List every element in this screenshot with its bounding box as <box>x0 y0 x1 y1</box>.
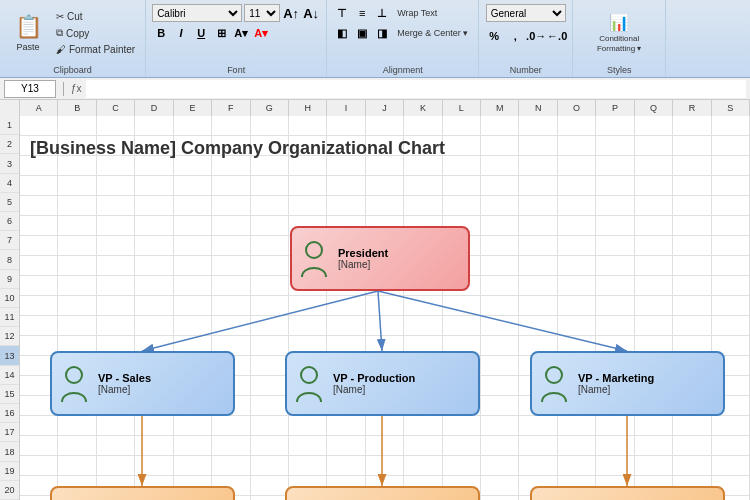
svg-point-8 <box>306 242 322 258</box>
vp-marketing-text: VP - Marketing [Name] <box>578 372 654 395</box>
decrease-decimal-button[interactable]: ←.0 <box>548 27 566 45</box>
underline-button[interactable]: U <box>192 24 210 42</box>
row-num-2[interactable]: 2 <box>0 135 19 154</box>
vp-marketing-role: VP - Marketing <box>578 372 654 384</box>
number-format-select[interactable]: General <box>486 4 566 22</box>
row-num-7[interactable]: 7 <box>0 231 19 250</box>
president-box[interactable]: President [Name] <box>290 226 470 291</box>
format-painter-button[interactable]: 🖌 Format Painter <box>52 42 139 57</box>
format-painter-icon: 🖌 <box>56 44 66 55</box>
align-bottom-button[interactable]: ⊥ <box>373 4 391 22</box>
col-header-g[interactable]: G <box>251 100 289 116</box>
col-header-h[interactable]: H <box>289 100 327 116</box>
manager3-box[interactable]: Manager [Department] [Name] [Phone/Email… <box>530 486 725 500</box>
col-header-f[interactable]: F <box>212 100 250 116</box>
president-text: President [Name] <box>338 247 388 270</box>
font-size-select[interactable]: 11 <box>244 4 280 22</box>
svg-point-9 <box>66 367 82 383</box>
clipboard-group: 📋 Paste ✂ Cut ⧉ Copy 🖌 Format Painter Cl… <box>0 0 146 77</box>
col-header-i[interactable]: I <box>327 100 365 116</box>
col-header-k[interactable]: K <box>404 100 442 116</box>
formula-divider <box>63 82 64 96</box>
align-middle-button[interactable]: ≡ <box>353 4 371 22</box>
font-color-button[interactable]: A▾ <box>252 24 270 42</box>
row-num-9[interactable]: 9 <box>0 270 19 289</box>
merge-center-button[interactable]: Merge & Center ▾ <box>393 26 472 40</box>
row-num-16[interactable]: 16 <box>0 404 19 423</box>
row-num-5[interactable]: 5 <box>0 193 19 212</box>
col-header-a[interactable]: A <box>20 100 58 116</box>
vp-sales-icon <box>56 362 92 406</box>
vp-production-role: VP - Production <box>333 372 415 384</box>
row-num-4[interactable]: 4 <box>0 174 19 193</box>
col-header-n[interactable]: N <box>519 100 557 116</box>
conditional-formatting-button[interactable]: 📊 Conditional Formatting ▾ <box>579 6 659 60</box>
row-num-19[interactable]: 19 <box>0 462 19 481</box>
align-top-button[interactable]: ⊤ <box>333 4 351 22</box>
col-header-q[interactable]: Q <box>635 100 673 116</box>
formula-bar: Y13 ƒx <box>0 78 750 100</box>
row-num-15[interactable]: 15 <box>0 385 19 404</box>
copy-button[interactable]: ⧉ Copy <box>52 25 139 41</box>
col-header-m[interactable]: M <box>481 100 519 116</box>
italic-button[interactable]: I <box>172 24 190 42</box>
increase-decimal-button[interactable]: .0→ <box>527 27 545 45</box>
fill-color-button[interactable]: A▾ <box>232 24 250 42</box>
row-num-8[interactable]: 8 <box>0 250 19 269</box>
col-header-l[interactable]: L <box>443 100 481 116</box>
cell-reference-box[interactable]: Y13 <box>4 80 56 98</box>
row-num-3[interactable]: 3 <box>0 154 19 173</box>
bold-button[interactable]: B <box>152 24 170 42</box>
paste-label: Paste <box>16 42 39 52</box>
col-header-r[interactable]: R <box>673 100 711 116</box>
chart-title: [Business Name] Company Organizational C… <box>30 138 445 159</box>
copy-icon: ⧉ <box>56 27 63 39</box>
row-num-14[interactable]: 14 <box>0 366 19 385</box>
manager1-box[interactable]: Manager [Department] [Name] [Phone/Email… <box>50 486 235 500</box>
row-num-18[interactable]: 18 <box>0 442 19 461</box>
paste-button[interactable]: 📋 Paste <box>6 6 50 60</box>
percent-button[interactable]: % <box>485 27 503 45</box>
align-center-button[interactable]: ▣ <box>353 24 371 42</box>
vp-production-text: VP - Production [Name] <box>333 372 415 395</box>
manager2-box[interactable]: Manager [Department] [Name] [Phone/Email… <box>285 486 480 500</box>
align-right-button[interactable]: ◨ <box>373 24 391 42</box>
col-header-d[interactable]: D <box>135 100 173 116</box>
vp-sales-box[interactable]: VP - Sales [Name] <box>50 351 235 416</box>
vp-sales-role: VP - Sales <box>98 372 151 384</box>
alignment-label: Alignment <box>327 65 478 75</box>
cut-button[interactable]: ✂ Cut <box>52 9 139 24</box>
president-name: [Name] <box>338 259 388 270</box>
row-num-1[interactable]: 1 <box>0 116 19 135</box>
comma-button[interactable]: , <box>506 27 524 45</box>
wrap-text-button[interactable]: Wrap Text <box>393 6 441 20</box>
align-left-button[interactable]: ◧ <box>333 24 351 42</box>
font-name-select[interactable]: Calibri <box>152 4 242 22</box>
shrink-font-button[interactable]: A↓ <box>302 4 320 22</box>
row-num-11[interactable]: 11 <box>0 308 19 327</box>
grow-font-button[interactable]: A↑ <box>282 4 300 22</box>
font-label: Font <box>146 65 326 75</box>
row-num-6[interactable]: 6 <box>0 212 19 231</box>
row-num-10[interactable]: 10 <box>0 289 19 308</box>
corner-cell <box>0 100 20 116</box>
function-icon[interactable]: ƒx <box>71 83 82 94</box>
vp-sales-text: VP - Sales [Name] <box>98 372 151 395</box>
vp-marketing-box[interactable]: VP - Marketing [Name] <box>530 351 725 416</box>
col-header-s[interactable]: S <box>712 100 750 116</box>
paste-icon: 📋 <box>15 14 42 40</box>
formula-input[interactable] <box>86 80 746 98</box>
row-num-17[interactable]: 17 <box>0 423 19 442</box>
vp-production-box[interactable]: VP - Production [Name] <box>285 351 480 416</box>
row-num-13[interactable]: 13 <box>0 346 19 365</box>
border-button[interactable]: ⊞ <box>212 24 230 42</box>
col-header-c[interactable]: C <box>97 100 135 116</box>
col-header-p[interactable]: P <box>596 100 634 116</box>
col-header-e[interactable]: E <box>174 100 212 116</box>
row-num-20[interactable]: 20 <box>0 481 19 500</box>
col-header-o[interactable]: O <box>558 100 596 116</box>
col-header-b[interactable]: B <box>58 100 96 116</box>
org-chart: President [Name] VP - Sales [Name] <box>20 176 750 500</box>
row-num-12[interactable]: 12 <box>0 327 19 346</box>
col-header-j[interactable]: J <box>366 100 404 116</box>
